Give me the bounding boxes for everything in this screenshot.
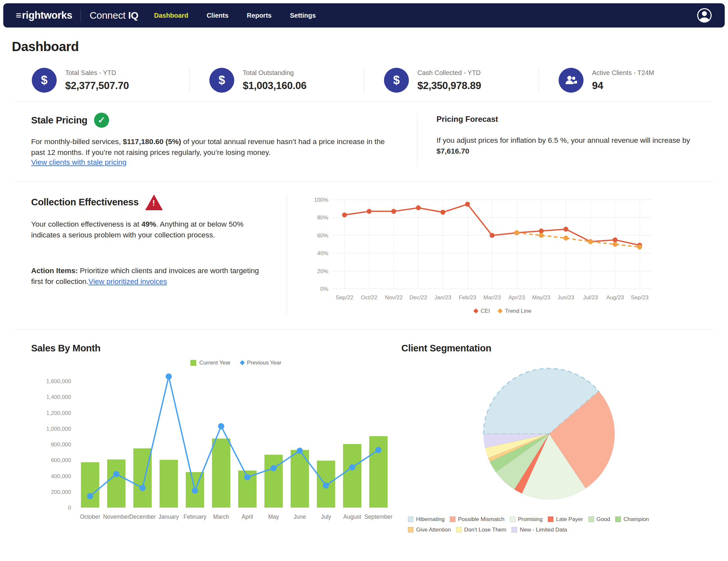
view-stale-pricing-link[interactable]: View clients with stale pricing [31, 158, 126, 166]
kpi-value: $2,350,978.89 [417, 80, 481, 92]
kpi-label: Active Clients - T24M [592, 69, 654, 77]
kpi-value: $1,003,160.06 [243, 80, 306, 92]
legend-item-late-payer[interactable]: Late Payer [548, 516, 583, 523]
svg-text:0%: 0% [320, 286, 328, 292]
kpi-label: Cash Collected - YTD [417, 69, 481, 77]
cei-chart-svg: 0%20%40%60%80%100%Sep/22Oct/22Nov/22Dec/… [309, 195, 659, 306]
svg-text:Oct/22: Oct/22 [361, 294, 377, 300]
page-title: Dashboard [12, 39, 728, 54]
kpi-total-sales: $ Total Sales - YTD $2,377,507.70 [15, 68, 189, 93]
legend-label: Previous Year [247, 359, 281, 366]
svg-text:Aug/23: Aug/23 [606, 294, 624, 300]
svg-text:1,600,000: 1,600,000 [46, 378, 71, 384]
legend-item-hibernating[interactable]: Hibernating [408, 516, 445, 523]
product-name-text: Connect [89, 10, 125, 21]
legend-item-previous-year[interactable]: Previous Year [240, 359, 281, 366]
legend-label: Trend Line [505, 308, 531, 314]
nav-item-dashboard[interactable]: Dashboard [154, 12, 188, 19]
brand-divider [81, 9, 81, 22]
collection-summary-text: Your collection effectiveness is at 49%.… [31, 219, 270, 241]
pricing-forecast-panel: Pricing Forecast If you adjust prices fo… [417, 113, 697, 167]
nav-item-clients[interactable]: Clients [207, 12, 229, 19]
svg-text:April: April [241, 513, 253, 520]
svg-text:Jun/23: Jun/23 [557, 294, 574, 300]
svg-text:March: March [213, 513, 229, 520]
sales-chart-svg: 0200,000400,000600,000800,0001,000,0001,… [31, 366, 401, 523]
legend-swatch-icon [588, 516, 594, 522]
legend-marker-icon [498, 308, 503, 314]
svg-text:80%: 80% [317, 215, 328, 221]
legend-item-trend-line[interactable]: Trend Line [498, 308, 531, 314]
legend-item-possible-mismatch[interactable]: Possible Mismatch [450, 516, 505, 523]
legend-item-current-year[interactable]: Current Year [190, 359, 230, 366]
svg-text:100%: 100% [314, 197, 328, 203]
stale-pricing-section: Stale Pricing ✓ For monthly-billed servi… [0, 102, 728, 181]
legend-label: Champion [623, 516, 649, 523]
svg-text:October: October [80, 513, 100, 520]
client-segmentation-pie-chart [478, 363, 620, 506]
bar-october [81, 462, 99, 508]
svg-text:200,000: 200,000 [51, 489, 71, 495]
bar-may [264, 455, 283, 508]
svg-text:July: July [321, 513, 331, 520]
svg-text:Sep/22: Sep/22 [335, 294, 353, 300]
legend-swatch-icon [511, 527, 517, 532]
svg-text:Sep/23: Sep/23 [631, 294, 648, 300]
dashboard-page: Dashboard $ Total Sales - YTD $2,377,507… [0, 39, 728, 546]
cei-chart-legend: CEITrend Line [309, 308, 697, 314]
svg-text:February: February [183, 513, 206, 520]
svg-text:Jan/23: Jan/23 [434, 294, 451, 300]
dollar-icon: $ [384, 68, 409, 93]
product-name: ConnectIQ [89, 10, 138, 21]
legend-label: Give Attention [416, 527, 451, 533]
kpi-total-outstanding: $ Total Outstanding $1,003,160.06 [189, 68, 364, 93]
nav-links: Dashboard Clients Reports Settings [154, 12, 316, 19]
bar-august [343, 444, 361, 507]
legend-item-don-t-lose-them[interactable]: Don't Lose Them [456, 527, 507, 533]
svg-text:May: May [268, 513, 279, 520]
view-prioritized-invoices-link[interactable]: View prioritized invoices [88, 278, 167, 285]
stale-pricing-text: For monthly-billed services, $117,180.60… [31, 136, 394, 158]
legend-label: Promising [518, 516, 543, 523]
legend-item-give-attention[interactable]: Give Attention [408, 527, 451, 533]
legend-item-cei[interactable]: CEI [474, 308, 490, 314]
client-segmentation-panel: Client Segmentation HibernatingPossible … [401, 343, 697, 533]
text-bold: $117,180.60 (5%) [123, 138, 181, 146]
legend-item-new-limited-data[interactable]: New - Limited Data [511, 527, 567, 533]
legend-item-good[interactable]: Good [588, 516, 610, 523]
legend-label: Good [597, 516, 610, 523]
legend-item-promising[interactable]: Promising [510, 516, 543, 523]
nav-item-reports[interactable]: Reports [247, 12, 272, 19]
user-avatar-icon[interactable] [697, 8, 712, 23]
kpi-active-clients: Active Clients - T24M 94 [539, 68, 713, 93]
bar-december [133, 448, 152, 508]
legend-label: Hibernating [416, 516, 445, 523]
collection-effectiveness-title: Collection Effectiveness [31, 197, 139, 208]
legend-swatch-icon [510, 516, 515, 522]
sales-chart-legend: Current YearPrevious Year [70, 359, 401, 366]
svg-text:August: August [343, 513, 361, 520]
warning-triangle-icon [145, 195, 163, 210]
logo-text: rightworks [22, 10, 72, 21]
svg-text:December: December [129, 513, 156, 520]
legend-swatch-icon [615, 516, 621, 522]
logo-mark-icon: ≡ [16, 10, 21, 21]
top-navbar: ≡rightworks ConnectIQ Dashboard Clients … [3, 3, 725, 28]
svg-text:800,000: 800,000 [51, 441, 71, 448]
legend-label: CEI [481, 308, 490, 314]
product-suffix-text: IQ [128, 10, 138, 21]
legend-item-champion[interactable]: Champion [615, 516, 649, 523]
kpi-label: Total Outstanding [243, 69, 306, 77]
client-segmentation-title: Client Segmentation [401, 343, 697, 354]
kpi-value: $2,377,507.70 [65, 80, 129, 92]
svg-text:Nov/22: Nov/22 [385, 294, 403, 300]
nav-item-settings[interactable]: Settings [290, 12, 316, 19]
legend-swatch-icon [548, 516, 553, 522]
sales-bar-chart: 0200,000400,000600,000800,0001,000,0001,… [31, 366, 401, 525]
legend-label: Late Payer [556, 516, 583, 523]
pricing-forecast-text: If you adjust prices for inflation by 6.… [436, 135, 697, 157]
legend-swatch-icon [408, 516, 413, 522]
bar-january [160, 460, 178, 508]
dollar-icon: $ [209, 68, 234, 93]
svg-text:September: September [364, 513, 393, 520]
